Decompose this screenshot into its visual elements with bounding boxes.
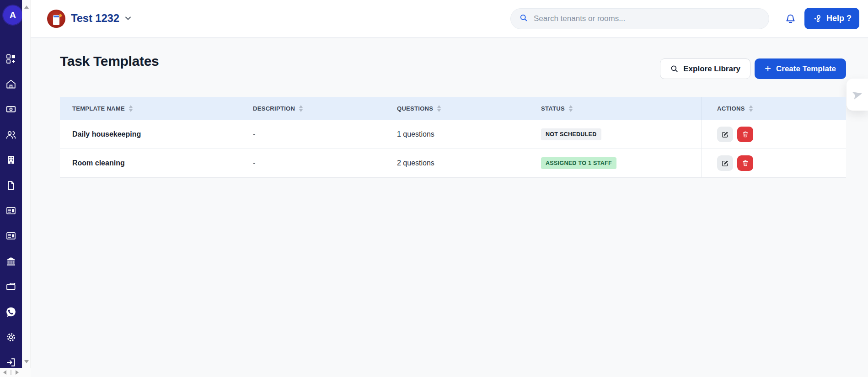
search-input[interactable] (534, 14, 761, 23)
sidebar-item-payments[interactable] (0, 97, 22, 122)
table-header-row: TEMPLATE NAME DESCRIPTION QUESTIONS STAT… (60, 97, 846, 120)
sidebar-item-form[interactable] (0, 198, 22, 223)
sort-icon[interactable] (299, 105, 303, 112)
edit-icon (721, 159, 729, 167)
horizontal-scrollbar[interactable] (0, 368, 31, 377)
home-icon (5, 79, 16, 90)
search-icon (519, 13, 528, 24)
delete-button[interactable] (737, 155, 753, 171)
status-cell: NOT SCHEDULED (526, 128, 701, 140)
sidebar-item-wallet[interactable] (0, 274, 22, 299)
payments-icon (5, 104, 16, 115)
plus-icon: + (765, 63, 771, 74)
column-header-template-name[interactable]: TEMPLATE NAME (60, 105, 238, 112)
sidebar-item-tenants[interactable] (0, 122, 22, 147)
wallet-icon (5, 281, 16, 292)
explore-library-button[interactable]: Explore Library (660, 58, 750, 79)
gear-icon (5, 331, 17, 343)
rocket-icon (852, 89, 863, 101)
template-name-cell: Daily housekeeping (60, 130, 238, 138)
status-badge: ASSIGNED TO 1 STAFF (541, 157, 616, 169)
help-dots-icon (812, 14, 822, 24)
page-title: Task Templates (60, 53, 159, 69)
sort-icon[interactable] (129, 105, 133, 112)
apps-add-icon (5, 53, 16, 64)
scroll-down-icon[interactable] (24, 360, 29, 363)
scroll-right-icon[interactable] (16, 370, 19, 375)
sidebar-item-document[interactable] (0, 173, 22, 198)
delete-button[interactable] (737, 127, 753, 142)
status-badge: NOT SCHEDULED (541, 128, 601, 140)
building-icon (5, 154, 16, 165)
actions-cell (701, 149, 846, 177)
vertical-scrollbar[interactable] (22, 0, 31, 368)
help-button-label: Help ? (826, 14, 852, 23)
edit-button[interactable] (717, 155, 733, 171)
sidebar-item-whatsapp[interactable] (0, 299, 22, 324)
user-avatar[interactable]: A (2, 5, 23, 26)
logout-icon (5, 357, 16, 368)
edit-icon (721, 131, 729, 138)
sort-icon[interactable] (437, 105, 441, 112)
create-template-button[interactable]: + Create Template (755, 58, 846, 79)
form-icon (5, 205, 16, 216)
template-name-cell: Room cleaning (60, 159, 238, 167)
trash-icon (742, 159, 749, 167)
templates-table: TEMPLATE NAME DESCRIPTION QUESTIONS STAT… (60, 97, 846, 178)
scroll-up-icon[interactable] (24, 5, 29, 9)
explore-library-label: Explore Library (683, 64, 740, 74)
sidebar-item-property[interactable] (0, 148, 22, 173)
column-header-status[interactable]: STATUS (526, 105, 701, 112)
actions-cell (701, 120, 846, 149)
description-cell: - (238, 130, 384, 138)
workspace-switcher[interactable]: Test 1232 (71, 12, 132, 25)
page-actions: Explore Library + Create Template (660, 58, 846, 79)
scrollbar-thumb[interactable] (11, 370, 11, 375)
sidebar-item-settings[interactable] (0, 324, 22, 350)
chevron-down-icon (124, 15, 132, 22)
status-cell: ASSIGNED TO 1 STAFF (526, 157, 701, 169)
sort-icon[interactable] (749, 105, 753, 112)
column-header-actions[interactable]: ACTIONS (701, 97, 846, 120)
trash-icon (742, 131, 749, 138)
workspace-logo (47, 10, 65, 28)
bank-icon (5, 256, 16, 267)
main-content: Task Templates Explore Library + Create … (31, 37, 868, 377)
search-bar (510, 8, 769, 29)
column-header-questions[interactable]: QUESTIONS (384, 105, 526, 112)
document-icon (5, 180, 16, 191)
sort-icon[interactable] (569, 105, 573, 112)
edit-button[interactable] (717, 127, 733, 142)
workspace-name: Test 1232 (71, 12, 119, 25)
sidebar-item-apps-add[interactable] (0, 46, 22, 71)
help-button[interactable]: Help ? (804, 8, 859, 29)
column-header-description[interactable]: DESCRIPTION (238, 105, 384, 112)
scroll-left-icon[interactable] (3, 370, 6, 375)
top-bar: Test 1232 Help ? (31, 0, 868, 37)
whatsapp-icon (5, 306, 17, 318)
sidebar-item-bank[interactable] (0, 249, 22, 274)
sidebar (0, 0, 22, 368)
description-cell: - (238, 159, 384, 167)
tenants-icon (5, 129, 16, 140)
notifications-bell-icon[interactable] (783, 12, 797, 26)
form-alt-icon (5, 230, 16, 241)
create-template-label: Create Template (776, 64, 836, 74)
sidebar-item-home[interactable] (0, 71, 22, 96)
questions-cell: 2 questions (384, 159, 526, 167)
launcher-widget[interactable] (847, 79, 868, 111)
search-icon (670, 64, 679, 73)
sidebar-item-form-alt[interactable] (0, 223, 22, 249)
table-row: Daily housekeeping - 1 questions NOT SCH… (60, 120, 846, 149)
questions-cell: 1 questions (384, 130, 526, 138)
table-row: Room cleaning - 2 questions ASSIGNED TO … (60, 149, 846, 178)
